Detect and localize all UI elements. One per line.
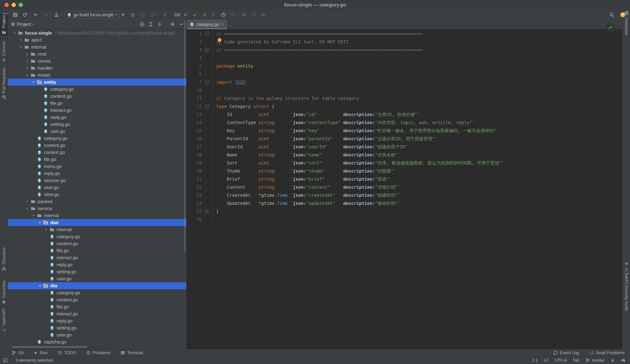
tree-file-content-go[interactable]: content.go bbox=[8, 240, 186, 247]
tool-stripe-button-commit[interactable]: Commit bbox=[0, 49, 8, 54]
code-line-4[interactable]: 4 bbox=[187, 54, 622, 62]
code-line-18[interactable]: 18 Name string `json:"name" description:… bbox=[187, 151, 622, 159]
code-line-25[interactable]: 25∧} bbox=[187, 207, 622, 215]
tree-file-user-go[interactable]: user.go bbox=[8, 331, 186, 338]
tree-file-interact-go[interactable]: interact.go bbox=[8, 254, 186, 261]
code-line-6[interactable]: 6 bbox=[187, 70, 622, 78]
toolwindow-button-problems[interactable]: Problems bbox=[86, 350, 110, 355]
fold-marker-icon[interactable]: ∧ bbox=[205, 48, 209, 52]
code-editor[interactable]: 1−// ===================================… bbox=[187, 30, 622, 349]
chevron-down-icon[interactable] bbox=[36, 220, 43, 225]
chevron-down-icon[interactable] bbox=[18, 45, 24, 49]
status-item-utf-8[interactable]: UTF-8 bbox=[555, 358, 567, 363]
status-item-tab[interactable]: Tab bbox=[573, 358, 580, 363]
code-line-7[interactable]: 7+import ... bbox=[187, 78, 622, 86]
chevron-down-icon[interactable]: ▾ bbox=[32, 22, 34, 26]
code-line-12[interactable]: 12−type Category struct { bbox=[187, 103, 622, 111]
tree-folder-cmd[interactable]: cmd bbox=[8, 50, 186, 58]
tree-file-session-go[interactable]: session.go bbox=[8, 177, 186, 184]
chevron-right-icon[interactable] bbox=[24, 199, 30, 203]
code-line-15[interactable]: 15 Key string `json:"key" description:"栏… bbox=[187, 127, 622, 135]
fold-marker-icon[interactable]: − bbox=[205, 32, 209, 36]
code-with-me-icon[interactable] bbox=[242, 12, 247, 17]
tool-stripe-button-openapi[interactable]: /APIOpenAPI bbox=[0, 318, 8, 323]
code-line-1[interactable]: 1−// ===================================… bbox=[187, 30, 622, 38]
chevron-right-icon[interactable] bbox=[24, 66, 30, 70]
tool-stripe-button-database[interactable]: Database bbox=[622, 21, 630, 26]
debug-button[interactable] bbox=[130, 12, 136, 17]
tree-file-category-go[interactable]: category.go bbox=[8, 86, 186, 93]
code-line-21[interactable]: 21 Brief string `json:"brief" descriptio… bbox=[187, 175, 622, 183]
history-icon[interactable] bbox=[221, 12, 226, 17]
tree-file-category-go[interactable]: category.go bbox=[8, 289, 186, 296]
tool-window-switcher[interactable] bbox=[0, 357, 11, 364]
status-item-master[interactable]: master bbox=[586, 358, 605, 363]
tree-folder-model[interactable]: model bbox=[8, 72, 186, 79]
code-line-10[interactable]: 10 bbox=[187, 86, 622, 94]
tool-stripe-button-project[interactable]: Project bbox=[0, 21, 8, 29]
tree-file-content-go[interactable]: content.go bbox=[8, 142, 186, 149]
tree-folder-internal[interactable]: internal bbox=[8, 212, 186, 219]
git-commit-icon[interactable] bbox=[192, 12, 198, 17]
run-configuration-select[interactable]: go build focus-single ▾ bbox=[64, 11, 120, 19]
code-line-3[interactable]: 3∧// ===================================… bbox=[187, 46, 622, 54]
code-line-14[interactable]: 14 ContentType string `json:"contentType… bbox=[187, 119, 622, 127]
tree-file-user-go[interactable]: user.go bbox=[8, 184, 186, 191]
code-line-11[interactable]: 11// Category is the golang structure fo… bbox=[187, 94, 622, 103]
sync-icon[interactable] bbox=[22, 12, 28, 17]
git-update-project-icon[interactable] bbox=[183, 12, 188, 17]
code-line-26[interactable]: 26 bbox=[187, 215, 622, 224]
run-with-coverage-icon[interactable] bbox=[140, 12, 145, 17]
tree-file-content-go[interactable]: content.go bbox=[8, 296, 186, 303]
tool-stripe-button-favorites[interactable]: Favorites bbox=[0, 290, 8, 295]
git-push-icon[interactable] bbox=[202, 12, 207, 17]
intention-lightbulb-icon[interactable] bbox=[218, 38, 222, 42]
chevron-down-icon[interactable] bbox=[36, 284, 43, 288]
status-item-unlock[interactable] bbox=[611, 358, 615, 363]
tree-file-setting-go[interactable]: setting.go bbox=[8, 121, 186, 128]
toolwindow-button-event-log[interactable]: Event Log bbox=[553, 350, 579, 355]
tree-file-user-go[interactable]: user.go bbox=[8, 128, 186, 135]
chevron-down-icon[interactable] bbox=[30, 80, 36, 84]
tree-folder-internal[interactable]: internal bbox=[8, 226, 186, 233]
tree-file-user-go[interactable]: user.go bbox=[8, 275, 186, 282]
project-panel-title[interactable]: Project bbox=[17, 21, 31, 27]
chevron-down-icon[interactable] bbox=[30, 213, 36, 218]
tree-file-file-go[interactable]: file.go bbox=[8, 303, 186, 310]
tree-file-reply-go[interactable]: reply.go bbox=[8, 261, 186, 268]
inspections-status[interactable] bbox=[606, 23, 614, 31]
status-item-lf[interactable]: LF bbox=[544, 358, 549, 363]
collapse-all-icon[interactable] bbox=[157, 22, 162, 27]
code-line-22[interactable]: 22 Content string `json:"content" descri… bbox=[187, 183, 622, 191]
tree-folder-packed[interactable]: packed bbox=[8, 198, 186, 205]
chevron-down-icon[interactable] bbox=[11, 31, 18, 35]
fold-marker-icon[interactable]: + bbox=[205, 80, 209, 84]
code-line-5[interactable]: 5package entity bbox=[187, 62, 622, 70]
toolwindow-button-todo[interactable]: TODO bbox=[58, 350, 76, 355]
tool-stripe-button-structure[interactable]: Structure bbox=[0, 257, 8, 261]
chevron-down-icon[interactable] bbox=[24, 73, 30, 77]
status-item-cloud-gear[interactable]: ? bbox=[621, 358, 626, 363]
tree-file-file-go[interactable]: file.go bbox=[8, 156, 186, 163]
code-line-20[interactable]: 20 Thumb string `json:"thumb" descriptio… bbox=[187, 167, 622, 175]
code-line-17[interactable]: 17 UserId uint `json:"userId" descriptio… bbox=[187, 143, 622, 151]
back-icon[interactable] bbox=[34, 12, 39, 17]
tree-file-setting-go[interactable]: setting.go bbox=[8, 324, 186, 331]
git-merge-icon[interactable] bbox=[211, 12, 216, 17]
tree-file-file-go[interactable]: file.go bbox=[8, 247, 186, 254]
search-icon[interactable] bbox=[609, 12, 614, 17]
code-line-19[interactable]: 19 Sort uint `json:"sort" description:"排… bbox=[187, 159, 622, 167]
code-line-2[interactable]: 2// Code generated by GoFrame CLI tool. … bbox=[187, 38, 622, 46]
tree-file-menu-go[interactable]: menu.go bbox=[8, 163, 186, 170]
tree-folder-dto[interactable]: dto bbox=[8, 282, 186, 289]
tab-category-go[interactable]: category.go × bbox=[187, 20, 227, 29]
gear-icon[interactable] bbox=[170, 22, 175, 27]
hide-panel-icon[interactable] bbox=[179, 22, 184, 27]
chevron-right-icon[interactable] bbox=[18, 38, 24, 42]
tree-file-file-go[interactable]: file.go bbox=[8, 100, 186, 107]
tree-folder-apiv1[interactable]: apiv1 bbox=[8, 36, 186, 43]
tree-file-category-go[interactable]: category.go bbox=[8, 135, 186, 142]
tree-folder-entity[interactable]: entity bbox=[8, 79, 186, 86]
tree-file-captcha-go[interactable]: captcha.go bbox=[8, 338, 186, 345]
chevron-right-icon[interactable] bbox=[43, 227, 49, 232]
